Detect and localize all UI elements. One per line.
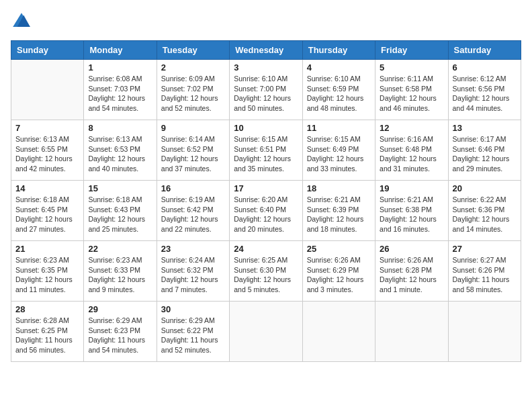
week-row-4: 21Sunrise: 6:23 AMSunset: 6:35 PMDayligh… [11, 241, 521, 302]
day-cell: 30Sunrise: 6:29 AMSunset: 6:22 PMDayligh… [157, 302, 229, 362]
day-number: 13 [453, 123, 517, 133]
week-row-3: 14Sunrise: 6:18 AMSunset: 6:45 PMDayligh… [11, 181, 521, 241]
day-cell: 9Sunrise: 6:14 AMSunset: 6:52 PMDaylight… [157, 120, 229, 181]
day-number: 25 [307, 244, 371, 254]
day-cell: 23Sunrise: 6:24 AMSunset: 6:32 PMDayligh… [157, 241, 229, 302]
header-cell-monday: Monday [84, 41, 157, 60]
day-number: 26 [380, 244, 443, 254]
day-cell: 16Sunrise: 6:19 AMSunset: 6:42 PMDayligh… [157, 181, 229, 241]
logo-icon [11, 11, 32, 32]
day-info: Sunrise: 6:13 AMSunset: 6:55 PMDaylight:… [15, 134, 79, 174]
day-cell: 8Sunrise: 6:13 AMSunset: 6:53 PMDaylight… [84, 120, 157, 181]
header-cell-friday: Friday [375, 41, 448, 60]
day-cell: 10Sunrise: 6:15 AMSunset: 6:51 PMDayligh… [230, 120, 302, 181]
header-cell-wednesday: Wednesday [230, 41, 302, 60]
day-cell: 24Sunrise: 6:25 AMSunset: 6:30 PMDayligh… [230, 241, 302, 302]
day-cell: 28Sunrise: 6:28 AMSunset: 6:25 PMDayligh… [11, 302, 84, 362]
day-number: 30 [161, 304, 225, 314]
day-number: 19 [380, 183, 443, 193]
day-cell: 13Sunrise: 6:17 AMSunset: 6:46 PMDayligh… [448, 120, 521, 181]
day-cell: 5Sunrise: 6:11 AMSunset: 6:58 PMDaylight… [375, 60, 448, 120]
week-row-2: 7Sunrise: 6:13 AMSunset: 6:55 PMDaylight… [11, 120, 521, 181]
page-header [11, 11, 521, 32]
day-info: Sunrise: 6:18 AMSunset: 6:43 PMDaylight:… [88, 195, 152, 234]
day-cell: 19Sunrise: 6:21 AMSunset: 6:38 PMDayligh… [375, 181, 448, 241]
calendar-header: SundayMondayTuesdayWednesdayThursdayFrid… [11, 41, 521, 60]
logo [11, 11, 35, 32]
day-number: 10 [234, 123, 298, 133]
day-number: 28 [15, 304, 79, 314]
day-number: 27 [453, 244, 517, 254]
day-number: 29 [88, 304, 152, 314]
day-number: 6 [453, 62, 517, 73]
day-number: 14 [15, 183, 79, 193]
day-cell: 2Sunrise: 6:09 AMSunset: 7:02 PMDaylight… [157, 60, 229, 120]
week-row-5: 28Sunrise: 6:28 AMSunset: 6:25 PMDayligh… [11, 302, 521, 362]
day-number: 23 [161, 244, 225, 254]
day-info: Sunrise: 6:23 AMSunset: 6:33 PMDaylight:… [88, 255, 152, 295]
day-cell: 18Sunrise: 6:21 AMSunset: 6:39 PMDayligh… [302, 181, 375, 241]
day-number: 4 [307, 62, 371, 73]
day-info: Sunrise: 6:15 AMSunset: 6:49 PMDaylight:… [307, 134, 371, 174]
week-row-1: 1Sunrise: 6:08 AMSunset: 7:03 PMDaylight… [11, 60, 521, 120]
day-number: 1 [88, 62, 152, 73]
day-cell [302, 302, 375, 362]
day-cell: 11Sunrise: 6:15 AMSunset: 6:49 PMDayligh… [302, 120, 375, 181]
header-cell-sunday: Sunday [11, 41, 84, 60]
day-cell: 27Sunrise: 6:27 AMSunset: 6:26 PMDayligh… [448, 241, 521, 302]
day-number: 11 [307, 123, 371, 133]
day-info: Sunrise: 6:16 AMSunset: 6:48 PMDaylight:… [380, 134, 443, 174]
day-cell [375, 302, 448, 362]
day-number: 18 [307, 183, 371, 193]
day-number: 24 [234, 244, 298, 254]
day-cell [11, 60, 84, 120]
day-info: Sunrise: 6:25 AMSunset: 6:30 PMDaylight:… [234, 255, 298, 295]
header-cell-thursday: Thursday [302, 41, 375, 60]
day-cell: 3Sunrise: 6:10 AMSunset: 7:00 PMDaylight… [230, 60, 302, 120]
day-number: 16 [161, 183, 225, 193]
day-info: Sunrise: 6:23 AMSunset: 6:35 PMDaylight:… [15, 255, 79, 295]
day-info: Sunrise: 6:13 AMSunset: 6:53 PMDaylight:… [88, 134, 152, 174]
day-cell: 29Sunrise: 6:29 AMSunset: 6:23 PMDayligh… [84, 302, 157, 362]
calendar-body: 1Sunrise: 6:08 AMSunset: 7:03 PMDaylight… [11, 60, 521, 362]
day-info: Sunrise: 6:24 AMSunset: 6:32 PMDaylight:… [161, 255, 225, 295]
day-info: Sunrise: 6:19 AMSunset: 6:42 PMDaylight:… [161, 195, 225, 234]
day-cell: 14Sunrise: 6:18 AMSunset: 6:45 PMDayligh… [11, 181, 84, 241]
day-cell: 6Sunrise: 6:12 AMSunset: 6:56 PMDaylight… [448, 60, 521, 120]
day-number: 21 [15, 244, 79, 254]
header-cell-saturday: Saturday [448, 41, 521, 60]
day-info: Sunrise: 6:29 AMSunset: 6:22 PMDaylight:… [161, 316, 225, 355]
day-number: 3 [234, 62, 298, 73]
header-row: SundayMondayTuesdayWednesdayThursdayFrid… [11, 41, 521, 60]
header-cell-tuesday: Tuesday [157, 41, 229, 60]
day-info: Sunrise: 6:27 AMSunset: 6:26 PMDaylight:… [453, 255, 517, 295]
day-info: Sunrise: 6:28 AMSunset: 6:25 PMDaylight:… [15, 316, 79, 355]
day-number: 7 [15, 123, 79, 133]
day-cell [230, 302, 302, 362]
day-cell: 12Sunrise: 6:16 AMSunset: 6:48 PMDayligh… [375, 120, 448, 181]
day-info: Sunrise: 6:10 AMSunset: 6:59 PMDaylight:… [307, 74, 371, 113]
day-cell: 1Sunrise: 6:08 AMSunset: 7:03 PMDaylight… [84, 60, 157, 120]
day-number: 17 [234, 183, 298, 193]
day-cell: 17Sunrise: 6:20 AMSunset: 6:40 PMDayligh… [230, 181, 302, 241]
day-info: Sunrise: 6:12 AMSunset: 6:56 PMDaylight:… [453, 74, 517, 113]
day-info: Sunrise: 6:18 AMSunset: 6:45 PMDaylight:… [15, 195, 79, 234]
day-info: Sunrise: 6:09 AMSunset: 7:02 PMDaylight:… [161, 74, 225, 113]
day-info: Sunrise: 6:10 AMSunset: 7:00 PMDaylight:… [234, 74, 298, 113]
day-number: 9 [161, 123, 225, 133]
day-cell: 20Sunrise: 6:22 AMSunset: 6:36 PMDayligh… [448, 181, 521, 241]
day-number: 8 [88, 123, 152, 133]
calendar-table: SundayMondayTuesdayWednesdayThursdayFrid… [11, 40, 521, 362]
day-cell: 4Sunrise: 6:10 AMSunset: 6:59 PMDaylight… [302, 60, 375, 120]
day-info: Sunrise: 6:22 AMSunset: 6:36 PMDaylight:… [453, 195, 517, 234]
day-number: 20 [453, 183, 517, 193]
day-cell: 7Sunrise: 6:13 AMSunset: 6:55 PMDaylight… [11, 120, 84, 181]
day-cell: 25Sunrise: 6:26 AMSunset: 6:29 PMDayligh… [302, 241, 375, 302]
day-number: 5 [380, 62, 443, 73]
day-info: Sunrise: 6:08 AMSunset: 7:03 PMDaylight:… [88, 74, 152, 113]
day-cell [448, 302, 521, 362]
day-info: Sunrise: 6:15 AMSunset: 6:51 PMDaylight:… [234, 134, 298, 174]
day-info: Sunrise: 6:20 AMSunset: 6:40 PMDaylight:… [234, 195, 298, 234]
day-number: 2 [161, 62, 225, 73]
day-cell: 26Sunrise: 6:26 AMSunset: 6:28 PMDayligh… [375, 241, 448, 302]
